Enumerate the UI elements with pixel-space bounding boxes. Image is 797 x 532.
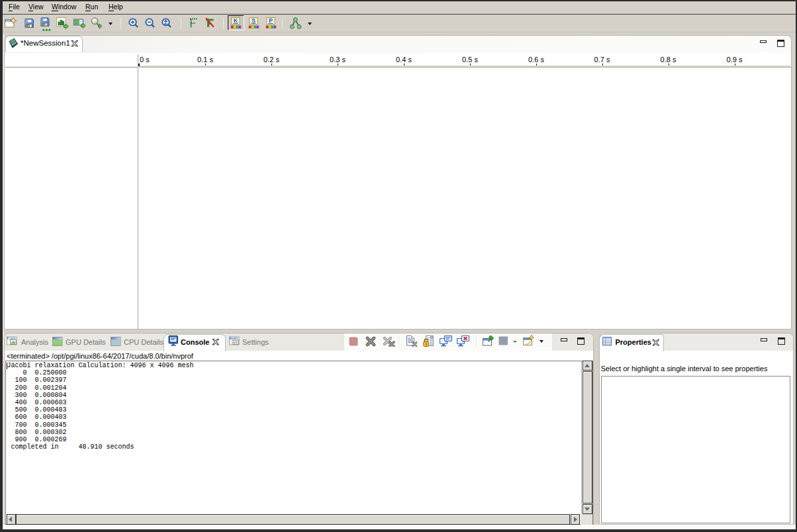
svg-text:K: K <box>234 17 238 24</box>
svg-text:S: S <box>251 17 255 24</box>
svg-text:P: P <box>268 17 272 24</box>
